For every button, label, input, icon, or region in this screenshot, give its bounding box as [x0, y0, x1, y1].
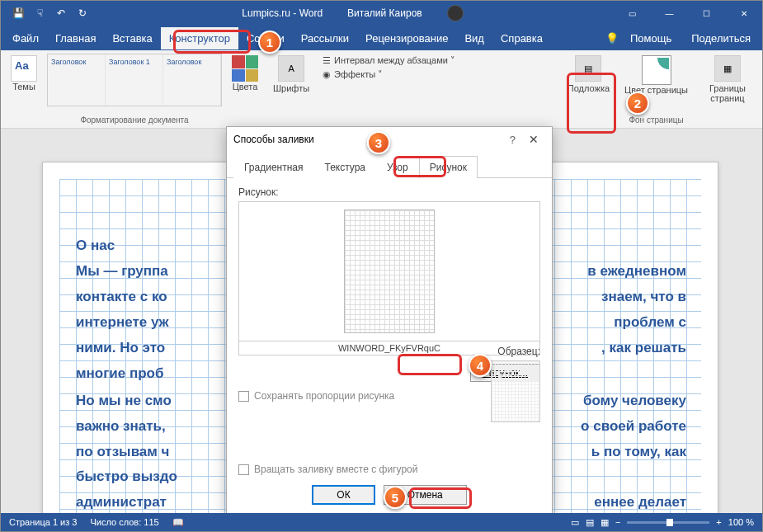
colors-icon	[232, 55, 258, 82]
ribbon-options-icon[interactable]: ▭	[614, 1, 651, 26]
view-web-icon[interactable]: ▦	[601, 517, 609, 528]
colors-button[interactable]: Цвета	[227, 54, 263, 93]
group-bg-label: Фон страницы	[629, 115, 683, 125]
menubar: Файл Главная Вставка Конструктор Ссылки …	[1, 26, 762, 50]
avatar[interactable]	[447, 5, 464, 21]
save-icon[interactable]: 💾	[9, 4, 27, 22]
page-color-button[interactable]: Цвет страницы	[619, 54, 693, 97]
watermark-icon: ▤	[575, 55, 601, 82]
view-read-icon[interactable]: ▭	[571, 517, 579, 528]
picture-thumbnail	[344, 210, 435, 333]
menu-mailings[interactable]: Рассылки	[293, 27, 357, 49]
annotation-marker-2: 2	[626, 92, 649, 115]
picture-preview	[238, 201, 540, 341]
menu-share[interactable]: Поделиться	[683, 27, 759, 49]
annotation-marker-1: 1	[258, 31, 281, 54]
style-gallery[interactable]: Заголовок Заголовок 1 Заголовок	[47, 54, 222, 106]
word-count[interactable]: Число слов: 115	[90, 517, 158, 527]
page-color-icon	[642, 55, 671, 85]
group-format-label: Форматирование документа	[80, 115, 188, 125]
rotate-fill-label: Вращать заливку вместе с фигурой	[254, 464, 417, 475]
paragraph-spacing-button[interactable]: ☰Интервал между абзацами ˅	[319, 54, 459, 68]
picture-label: Рисунок:	[238, 186, 540, 198]
page-count[interactable]: Страница 1 из 3	[9, 517, 77, 527]
menu-insert[interactable]: Вставка	[104, 27, 160, 49]
tab-pattern[interactable]: Узор	[376, 156, 419, 178]
zoom-out-icon[interactable]: −	[615, 517, 620, 527]
themes-icon	[11, 55, 37, 82]
redo-icon[interactable]: ↻	[73, 4, 92, 22]
page-borders-icon: ▦	[714, 55, 741, 82]
menu-design[interactable]: Конструктор	[161, 27, 238, 49]
menu-review[interactable]: Рецензирование	[357, 27, 456, 49]
sample-preview	[491, 360, 540, 422]
menu-view[interactable]: Вид	[456, 27, 492, 49]
menu-help[interactable]: Справка	[492, 27, 551, 49]
watermark-button[interactable]: ▤ Подложка	[563, 54, 615, 95]
quick-access-toolbar: 💾 ☟ ↶ ↻	[1, 4, 92, 22]
annotation-marker-3: 3	[367, 131, 390, 154]
ribbon: Темы Заголовок Заголовок 1 Заголовок Фор…	[1, 50, 762, 129]
titlebar: 💾 ☟ ↶ ↻ Lumpics.ru - Word Виталий Каиров…	[1, 1, 762, 26]
annotation-marker-5: 5	[384, 486, 407, 509]
menu-home[interactable]: Главная	[47, 27, 104, 49]
lock-aspect-label: Сохранять пропорции рисунка	[254, 390, 394, 402]
spell-check-icon[interactable]: 📖	[172, 517, 184, 528]
menu-assistant[interactable]: Помощь	[622, 27, 680, 49]
maximize-icon[interactable]: ☐	[688, 1, 725, 26]
close-icon[interactable]: ✕	[725, 1, 762, 26]
fonts-button[interactable]: A Шрифты	[268, 54, 314, 95]
dialog-close-icon[interactable]: ✕	[522, 133, 545, 146]
effects-button[interactable]: ◉Эффекты ˅	[319, 68, 386, 82]
statusbar: Страница 1 из 3 Число слов: 115 📖 ▭ ▤ ▦ …	[1, 513, 762, 531]
rotate-fill-checkbox[interactable]	[238, 464, 249, 475]
tab-gradient[interactable]: Градиентная	[233, 156, 313, 178]
dialog-tabs: Градиентная Текстура Узор Рисунок	[227, 155, 552, 178]
window-title: Lumpics.ru - Word	[242, 7, 323, 19]
themes-button[interactable]: Темы	[6, 54, 42, 93]
zoom-level[interactable]: 100 %	[728, 517, 754, 527]
fonts-icon: A	[278, 55, 304, 82]
touch-mode-icon[interactable]: ☟	[31, 4, 49, 22]
tab-picture[interactable]: Рисунок	[419, 156, 478, 178]
tell-me-icon: 💡	[605, 32, 619, 45]
zoom-slider[interactable]	[627, 521, 709, 524]
menu-file[interactable]: Файл	[4, 27, 47, 49]
dialog-help-icon[interactable]: ?	[503, 134, 522, 146]
view-print-icon[interactable]: ▤	[586, 517, 594, 528]
lock-aspect-checkbox[interactable]	[238, 391, 249, 402]
fill-effects-dialog: Способы заливки ? ✕ Градиентная Текстура…	[226, 126, 553, 514]
zoom-in-icon[interactable]: +	[716, 517, 721, 527]
minimize-icon[interactable]: —	[651, 1, 688, 26]
annotation-marker-4: 4	[469, 354, 492, 377]
undo-icon[interactable]: ↶	[52, 4, 70, 22]
user-name: Виталий Каиров	[347, 7, 422, 19]
themes-label: Темы	[12, 82, 35, 92]
page-borders-button[interactable]: ▦ Границы страниц	[698, 54, 757, 105]
tab-texture[interactable]: Текстура	[313, 156, 376, 178]
ok-button[interactable]: ОК	[312, 485, 374, 505]
